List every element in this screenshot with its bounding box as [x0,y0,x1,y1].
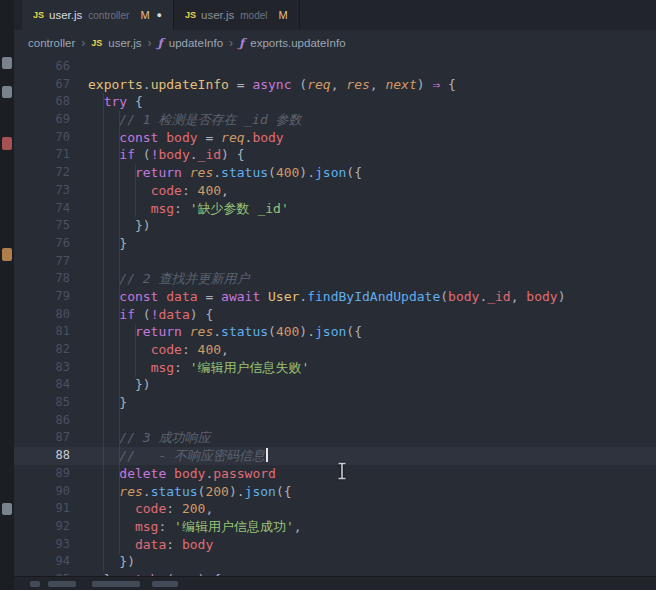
code-text: msg: '编辑用户信息成功', [88,519,302,534]
line-number[interactable]: 84 [14,376,70,394]
code-line-90[interactable]: 90 res.status(200).json({ [14,483,656,501]
tab-user-js-controller[interactable]: JS user.js controller M ● [22,0,174,30]
code-line-71[interactable]: 71 if (!body._id) { [14,146,656,164]
line-number[interactable]: 88 [14,447,70,465]
line-number[interactable]: 68 [14,93,70,111]
line-number[interactable]: 92 [14,518,70,536]
line-number[interactable]: 85 [14,394,70,412]
tab-user-js-model[interactable]: JS user.js model M [174,0,300,30]
line-number[interactable]: 94 [14,553,70,571]
line-number[interactable]: 82 [14,341,70,359]
chevron-right-icon: › [148,36,152,50]
breadcrumb-symbol-updateinfo[interactable]: updateInfo [169,37,223,49]
code-editor[interactable]: 6667exports.updateInfo = async (req, res… [14,56,656,576]
line-number[interactable]: 86 [14,412,70,430]
breadcrumb-file[interactable]: user.js [108,37,141,49]
code-line-78[interactable]: 78 // 2 查找并更新用户 [14,270,656,288]
status-item [48,581,76,587]
line-number[interactable]: 91 [14,500,70,518]
code-line-89[interactable]: 89 delete body.password [14,465,656,483]
tab-folder-hint: controller [88,10,129,21]
status-item [30,581,40,587]
code-line-85[interactable]: 85 } [14,394,656,412]
code-line-70[interactable]: 70 const body = req.body [14,129,656,147]
code-line-91[interactable]: 91 code: 200, [14,500,656,518]
unsaved-changes-dot[interactable]: ● [157,10,162,20]
line-number[interactable]: 67 [14,76,70,94]
code-line-75[interactable]: 75 }) [14,217,656,235]
file-item-sliver[interactable] [2,137,12,150]
line-number[interactable]: 73 [14,182,70,200]
code-line-92[interactable]: 92 msg: '编辑用户信息成功', [14,518,656,536]
status-item [152,581,178,587]
code-text: return res.status(400).json({ [88,324,362,339]
line-number[interactable]: 78 [14,270,70,288]
code-text: msg: '编辑用户信息失败' [88,360,309,375]
breadcrumb-folder[interactable]: controller [28,37,75,49]
code-line-84[interactable]: 84 }) [14,376,656,394]
code-line-93[interactable]: 93 data: body [14,536,656,554]
text-caret [266,448,268,462]
editor-tab-bar: JS user.js controller M ● JS user.js mod… [14,0,656,30]
line-number[interactable]: 87 [14,429,70,447]
code-text: code: 400, [88,183,229,198]
line-number[interactable]: 75 [14,217,70,235]
line-number[interactable]: 72 [14,164,70,182]
chevron-right-icon: › [229,36,233,50]
code-text: // 1 检测是否存在 _id 参数 [88,112,302,127]
line-number[interactable]: 76 [14,235,70,253]
vscode-window: JS user.js controller M ● JS user.js mod… [0,0,656,590]
line-number[interactable]: 66 [14,58,70,76]
code-line-67[interactable]: 67exports.updateInfo = async (req, res, … [14,76,656,94]
code-text: const data = await User.findByIdAndUpdat… [88,289,566,304]
editor-group: JS user.js controller M ● JS user.js mod… [14,0,656,590]
line-number[interactable]: 93 [14,536,70,554]
code-line-81[interactable]: 81 return res.status(400).json({ [14,323,656,341]
tab-filename: user.js [49,9,82,21]
file-item-sliver[interactable] [2,57,12,69]
line-number[interactable]: 77 [14,253,70,271]
code-line-72[interactable]: 72 return res.status(400).json({ [14,164,656,182]
code-text: if (!data) { [88,307,213,322]
line-number[interactable]: 70 [14,129,70,147]
line-number[interactable]: 71 [14,146,70,164]
code-line-76[interactable]: 76 } [14,235,656,253]
code-text: msg: '缺少参数 _id' [88,201,289,216]
breadcrumb-symbol-exports-updateinfo[interactable]: exports.updateInfo [250,37,345,49]
code-text: }) [88,218,151,233]
code-line-94[interactable]: 94 }) [14,553,656,571]
line-number[interactable]: 74 [14,200,70,218]
code-lines: 6667exports.updateInfo = async (req, res… [14,58,656,576]
git-modified-badge: M [279,9,288,21]
code-line-88[interactable]: 88 // - 不响应密码信息 [14,447,656,465]
code-line-66[interactable]: 66 [14,58,656,76]
file-item-sliver[interactable] [2,86,12,98]
code-text: return res.status(400).json({ [88,165,362,180]
code-line-86[interactable]: 86 [14,412,656,430]
code-line-79[interactable]: 79 const data = await User.findByIdAndUp… [14,288,656,306]
code-line-82[interactable]: 82 code: 400, [14,341,656,359]
code-text: // 2 查找并更新用户 [88,271,249,286]
code-line-69[interactable]: 69 // 1 检测是否存在 _id 参数 [14,111,656,129]
code-text: code: 400, [88,342,229,357]
line-number[interactable]: 69 [14,111,70,129]
line-number[interactable]: 79 [14,288,70,306]
code-line-74[interactable]: 74 msg: '缺少参数 _id' [14,200,656,218]
line-number[interactable]: 83 [14,359,70,377]
sidebar-sliver [0,0,14,590]
line-number[interactable]: 90 [14,483,70,501]
code-line-80[interactable]: 80 if (!data) { [14,306,656,324]
code-line-73[interactable]: 73 code: 400, [14,182,656,200]
line-number[interactable]: 80 [14,306,70,324]
code-line-77[interactable]: 77 [14,253,656,271]
file-item-sliver[interactable] [2,248,12,261]
line-number[interactable]: 89 [14,465,70,483]
file-item-sliver[interactable] [2,503,12,515]
code-line-83[interactable]: 83 msg: '编辑用户信息失败' [14,359,656,377]
code-line-68[interactable]: 68 try { [14,93,656,111]
line-number[interactable]: 81 [14,323,70,341]
code-text: // 3 成功响应 [88,430,210,445]
tab-folder-hint: model [240,10,267,21]
code-line-87[interactable]: 87 // 3 成功响应 [14,429,656,447]
git-modified-badge: M [140,9,149,21]
